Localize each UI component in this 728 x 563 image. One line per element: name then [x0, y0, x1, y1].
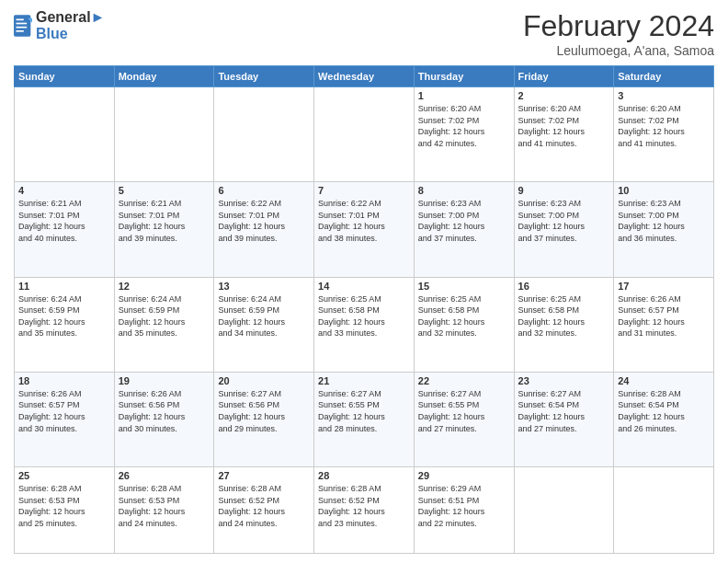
- day-number: 11: [18, 281, 110, 292]
- day-content: Sunrise: 6:24 AM Sunset: 6:59 PM Dayligh…: [218, 293, 310, 339]
- header-sunday: Sunday: [15, 66, 115, 87]
- table-row: 14Sunrise: 6:25 AM Sunset: 6:58 PM Dayli…: [314, 277, 415, 372]
- day-content: Sunrise: 6:26 AM Sunset: 6:56 PM Dayligh…: [119, 388, 210, 434]
- svg-rect-4: [17, 23, 28, 25]
- subtitle: Leulumoega, A'ana, Samoa: [523, 43, 714, 58]
- table-row: 7Sunrise: 6:22 AM Sunset: 7:01 PM Daylig…: [314, 182, 415, 277]
- calendar-week-row: 18Sunrise: 6:26 AM Sunset: 6:57 PM Dayli…: [15, 372, 714, 466]
- calendar-week-row: 11Sunrise: 6:24 AM Sunset: 6:59 PM Dayli…: [15, 277, 714, 372]
- table-row: 2Sunrise: 6:20 AM Sunset: 7:02 PM Daylig…: [514, 87, 614, 182]
- day-number: 10: [618, 185, 710, 196]
- header: General► Blue February 2024 Leulumoega, …: [14, 9, 714, 58]
- header-monday: Monday: [114, 66, 214, 87]
- day-number: 21: [318, 375, 410, 386]
- day-number: 14: [318, 281, 410, 292]
- calendar-week-row: 25Sunrise: 6:28 AM Sunset: 6:53 PM Dayli…: [15, 467, 714, 554]
- table-row: 5Sunrise: 6:21 AM Sunset: 7:01 PM Daylig…: [114, 182, 214, 277]
- day-number: 27: [218, 470, 310, 481]
- day-number: 6: [218, 185, 310, 196]
- day-number: 5: [119, 185, 210, 196]
- table-row: 12Sunrise: 6:24 AM Sunset: 6:59 PM Dayli…: [114, 277, 214, 372]
- table-row: 21Sunrise: 6:27 AM Sunset: 6:55 PM Dayli…: [314, 372, 415, 466]
- day-content: Sunrise: 6:28 AM Sunset: 6:52 PM Dayligh…: [218, 483, 310, 529]
- table-row: 22Sunrise: 6:27 AM Sunset: 6:55 PM Dayli…: [414, 372, 514, 466]
- table-row: 11Sunrise: 6:24 AM Sunset: 6:59 PM Dayli…: [15, 277, 115, 372]
- day-number: 1: [418, 90, 510, 101]
- table-row: [514, 467, 614, 554]
- calendar-table: Sunday Monday Tuesday Wednesday Thursday…: [14, 65, 714, 554]
- table-row: 16Sunrise: 6:25 AM Sunset: 6:58 PM Dayli…: [514, 277, 614, 372]
- page: General► Blue February 2024 Leulumoega, …: [0, 0, 728, 563]
- day-content: Sunrise: 6:26 AM Sunset: 6:57 PM Dayligh…: [18, 388, 110, 434]
- day-content: Sunrise: 6:22 AM Sunset: 7:01 PM Dayligh…: [218, 198, 310, 244]
- table-row: 9Sunrise: 6:23 AM Sunset: 7:00 PM Daylig…: [514, 182, 614, 277]
- day-number: 7: [318, 185, 410, 196]
- table-row: [114, 87, 214, 182]
- day-number: 25: [18, 470, 110, 481]
- table-row: 29Sunrise: 6:29 AM Sunset: 6:51 PM Dayli…: [414, 467, 514, 554]
- table-row: [15, 87, 115, 182]
- day-content: Sunrise: 6:26 AM Sunset: 6:57 PM Dayligh…: [618, 293, 710, 339]
- day-content: Sunrise: 6:29 AM Sunset: 6:51 PM Dayligh…: [418, 483, 510, 529]
- table-row: 8Sunrise: 6:23 AM Sunset: 7:00 PM Daylig…: [414, 182, 514, 277]
- table-row: 6Sunrise: 6:22 AM Sunset: 7:01 PM Daylig…: [214, 182, 314, 277]
- day-content: Sunrise: 6:22 AM Sunset: 7:01 PM Dayligh…: [318, 198, 410, 244]
- day-number: 28: [318, 470, 410, 481]
- day-number: 29: [418, 470, 510, 481]
- logo: General► Blue: [14, 9, 105, 42]
- day-number: 13: [218, 281, 310, 292]
- table-row: 28Sunrise: 6:28 AM Sunset: 6:52 PM Dayli…: [314, 467, 415, 554]
- svg-rect-6: [17, 30, 24, 32]
- day-content: Sunrise: 6:23 AM Sunset: 7:00 PM Dayligh…: [618, 198, 710, 244]
- day-content: Sunrise: 6:27 AM Sunset: 6:54 PM Dayligh…: [518, 388, 610, 434]
- svg-rect-5: [17, 27, 28, 29]
- day-content: Sunrise: 6:21 AM Sunset: 7:01 PM Dayligh…: [119, 198, 210, 244]
- day-content: Sunrise: 6:25 AM Sunset: 6:58 PM Dayligh…: [518, 293, 610, 339]
- table-row: 15Sunrise: 6:25 AM Sunset: 6:58 PM Dayli…: [414, 277, 514, 372]
- calendar-week-row: 1Sunrise: 6:20 AM Sunset: 7:02 PM Daylig…: [15, 87, 714, 182]
- day-number: 24: [618, 375, 710, 386]
- calendar-week-row: 4Sunrise: 6:21 AM Sunset: 7:01 PM Daylig…: [15, 182, 714, 277]
- day-number: 16: [518, 281, 610, 292]
- header-wednesday: Wednesday: [314, 66, 415, 87]
- day-content: Sunrise: 6:23 AM Sunset: 7:00 PM Dayligh…: [518, 198, 610, 244]
- month-title: February 2024: [523, 9, 714, 43]
- day-content: Sunrise: 6:20 AM Sunset: 7:02 PM Dayligh…: [618, 103, 710, 149]
- day-content: Sunrise: 6:28 AM Sunset: 6:52 PM Dayligh…: [318, 483, 410, 529]
- day-number: 19: [119, 375, 210, 386]
- day-content: Sunrise: 6:20 AM Sunset: 7:02 PM Dayligh…: [518, 103, 610, 149]
- header-friday: Friday: [514, 66, 614, 87]
- day-number: 4: [18, 185, 110, 196]
- day-number: 9: [518, 185, 610, 196]
- day-number: 15: [418, 281, 510, 292]
- day-number: 23: [518, 375, 610, 386]
- table-row: 10Sunrise: 6:23 AM Sunset: 7:00 PM Dayli…: [614, 182, 714, 277]
- day-content: Sunrise: 6:21 AM Sunset: 7:01 PM Dayligh…: [18, 198, 110, 244]
- table-row: 4Sunrise: 6:21 AM Sunset: 7:01 PM Daylig…: [15, 182, 115, 277]
- day-number: 20: [218, 375, 310, 386]
- day-content: Sunrise: 6:28 AM Sunset: 6:54 PM Dayligh…: [618, 388, 710, 434]
- day-number: 17: [618, 281, 710, 292]
- day-number: 18: [18, 375, 110, 386]
- day-content: Sunrise: 6:23 AM Sunset: 7:00 PM Dayligh…: [418, 198, 510, 244]
- day-number: 26: [119, 470, 210, 481]
- logo-text: General► Blue: [36, 9, 105, 42]
- table-row: 25Sunrise: 6:28 AM Sunset: 6:53 PM Dayli…: [15, 467, 115, 554]
- day-content: Sunrise: 6:25 AM Sunset: 6:58 PM Dayligh…: [418, 293, 510, 339]
- table-row: [214, 87, 314, 182]
- day-content: Sunrise: 6:27 AM Sunset: 6:56 PM Dayligh…: [218, 388, 310, 434]
- day-content: Sunrise: 6:27 AM Sunset: 6:55 PM Dayligh…: [418, 388, 510, 434]
- svg-rect-3: [17, 19, 24, 21]
- table-row: 18Sunrise: 6:26 AM Sunset: 6:57 PM Dayli…: [15, 372, 115, 466]
- table-row: 27Sunrise: 6:28 AM Sunset: 6:52 PM Dayli…: [214, 467, 314, 554]
- day-content: Sunrise: 6:24 AM Sunset: 6:59 PM Dayligh…: [18, 293, 110, 339]
- day-content: Sunrise: 6:24 AM Sunset: 6:59 PM Dayligh…: [119, 293, 210, 339]
- day-number: 12: [119, 281, 210, 292]
- table-row: 24Sunrise: 6:28 AM Sunset: 6:54 PM Dayli…: [614, 372, 714, 466]
- logo-icon: [14, 15, 32, 37]
- day-content: Sunrise: 6:28 AM Sunset: 6:53 PM Dayligh…: [18, 483, 110, 529]
- day-content: Sunrise: 6:25 AM Sunset: 6:58 PM Dayligh…: [318, 293, 410, 339]
- table-row: 3Sunrise: 6:20 AM Sunset: 7:02 PM Daylig…: [614, 87, 714, 182]
- header-saturday: Saturday: [614, 66, 714, 87]
- table-row: [314, 87, 415, 182]
